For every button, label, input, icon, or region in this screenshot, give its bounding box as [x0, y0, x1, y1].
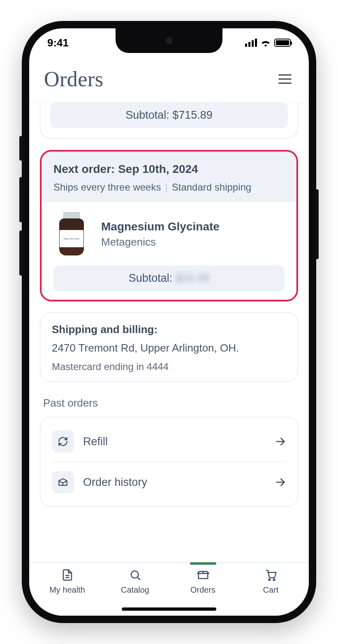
- tab-cart[interactable]: Cart: [237, 569, 305, 595]
- cellular-signal-icon: [245, 39, 257, 47]
- chevron-right-icon: [275, 476, 286, 488]
- subtotal-label: Subtotal:: [125, 109, 172, 121]
- home-indicator[interactable]: [122, 607, 216, 611]
- page-title: Orders: [44, 67, 104, 91]
- ship-method: Standard shipping: [172, 182, 251, 193]
- cart-icon: [265, 569, 277, 581]
- subtotal-value-blurred: $33.99: [176, 272, 210, 284]
- order-history-label: Order history: [83, 476, 266, 489]
- tab-catalog[interactable]: Catalog: [101, 569, 169, 595]
- tab-orders[interactable]: Orders: [169, 569, 237, 595]
- tab-label: Cart: [263, 585, 279, 595]
- next-order-title: Next order: Sep 10th, 2024: [53, 163, 285, 176]
- refill-row[interactable]: Refill: [52, 421, 286, 462]
- tab-label: Catalog: [121, 585, 149, 595]
- svg-line-6: [137, 577, 140, 580]
- previous-order-card-partial: Subtotal: $715.89: [40, 102, 298, 138]
- shipping-billing-title: Shipping and billing:: [52, 323, 286, 336]
- divider-icon: |: [165, 182, 167, 193]
- ship-frequency: Ships every three weeks: [53, 182, 161, 193]
- product-row: Mag Glycinate Magnesium Glycinate Metage…: [53, 212, 285, 256]
- product-brand: Metagenics: [101, 236, 220, 248]
- tab-my-health[interactable]: My health: [33, 569, 101, 595]
- payment-method: Mastercard ending in 4444: [52, 361, 286, 373]
- tab-label: My health: [49, 585, 85, 595]
- product-name: Magnesium Glycinate: [101, 220, 220, 233]
- refresh-icon: [52, 430, 74, 453]
- chevron-right-icon: [275, 436, 286, 447]
- menu-icon[interactable]: [276, 72, 294, 86]
- tab-label: Orders: [190, 585, 215, 595]
- search-icon: [129, 569, 141, 581]
- status-time: 9:41: [47, 37, 69, 49]
- shipping-billing-card[interactable]: Shipping and billing: 2470 Tremont Rd, U…: [40, 312, 298, 382]
- past-orders-label: Past orders: [43, 397, 295, 409]
- subtotal-pill: Subtotal: $715.89: [50, 102, 288, 128]
- svg-point-9: [273, 579, 275, 580]
- past-orders-list: Refill Order history: [40, 417, 298, 507]
- box-icon: [52, 471, 74, 493]
- svg-point-8: [269, 579, 270, 580]
- product-image: Mag Glycinate: [53, 212, 90, 256]
- subtotal-pill: Subtotal: $33.99: [53, 265, 285, 291]
- subtotal-label: Subtotal:: [129, 272, 176, 284]
- subtotal-value: $715.89: [172, 109, 213, 121]
- box-open-icon: [197, 569, 209, 581]
- next-order-card[interactable]: Next order: Sep 10th, 2024 Ships every t…: [40, 150, 298, 301]
- refill-label: Refill: [83, 435, 266, 448]
- wifi-icon: [260, 39, 271, 47]
- order-history-row[interactable]: Order history: [52, 462, 286, 502]
- shipping-address: 2470 Tremont Rd, Upper Arlington, OH.: [52, 342, 286, 354]
- document-icon: [61, 569, 74, 581]
- battery-icon: [274, 39, 291, 47]
